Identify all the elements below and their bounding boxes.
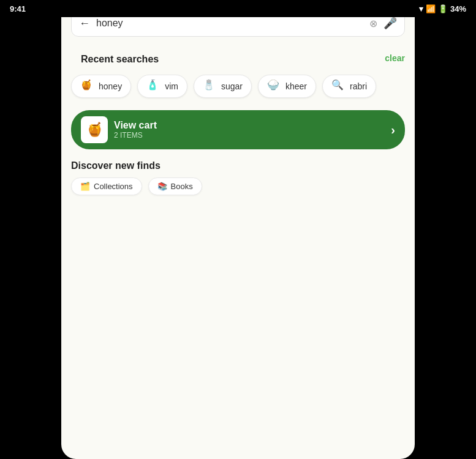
back-button[interactable]: ←	[79, 17, 90, 30]
chip-rabri-label: rabri	[350, 81, 367, 91]
clear-button[interactable]: clear	[385, 53, 405, 63]
chip-honey[interactable]: 🍯 honey	[71, 75, 131, 98]
discover-chip-books[interactable]: 📚 Books	[148, 177, 202, 195]
cart-text: View cart 2 ITEMS	[114, 120, 385, 140]
sugar-chip-icon: 🧂	[203, 79, 217, 94]
collections-icon: 🗂️	[80, 182, 90, 191]
cart-items-count: 2 ITEMS	[114, 131, 385, 140]
collections-label: Collections	[94, 182, 133, 191]
signal-icon: 📶	[426, 4, 436, 13]
books-icon: 📚	[157, 182, 167, 191]
clear-search-icon[interactable]: ⊗	[369, 18, 377, 29]
view-cart-banner[interactable]: 🍯 View cart 2 ITEMS ›	[71, 110, 405, 149]
kheer-chip-icon: 🍚	[267, 79, 282, 94]
books-label: Books	[171, 182, 193, 191]
discover-section: Discover new finds 🗂️ Collections 📚 Book…	[61, 154, 415, 198]
chip-vim-label: vim	[165, 81, 178, 91]
search-input[interactable]	[96, 18, 363, 29]
status-bar: 9:41 ▾ 📶 🔋 34%	[0, 0, 476, 17]
discover-chip-collections[interactable]: 🗂️ Collections	[71, 177, 142, 195]
chip-vim[interactable]: 🧴 vim	[137, 75, 187, 98]
mic-icon[interactable]: 🎤	[383, 17, 397, 30]
chip-kheer[interactable]: 🍚 kheer	[258, 75, 316, 98]
chip-kheer-label: kheer	[285, 81, 307, 91]
chip-sugar[interactable]: 🧂 sugar	[194, 75, 252, 98]
recent-searches-title: Recent searches	[71, 47, 168, 70]
status-time: 9:41	[10, 4, 26, 13]
vim-chip-icon: 🧴	[146, 79, 161, 94]
status-icons: ▾ 📶 🔋 34%	[419, 4, 466, 13]
search-card: ← ⊗ 🎤 Recent searches clear 🍯 honey 🧴 vi…	[61, 0, 415, 459]
wifi-icon: ▾	[419, 4, 423, 13]
chip-rabri[interactable]: 🔍 rabri	[322, 75, 376, 98]
cart-product-icon: 🍯	[81, 116, 108, 143]
battery-icon: 🔋	[438, 4, 448, 13]
honey-chip-icon: 🍯	[80, 79, 95, 94]
recent-searches-header: Recent searches clear	[61, 42, 415, 75]
battery-percentage: 34%	[450, 4, 466, 13]
chip-honey-label: honey	[99, 81, 122, 91]
discover-title: Discover new finds	[71, 160, 405, 171]
discover-chips: 🗂️ Collections 📚 Books	[71, 177, 405, 195]
rabri-chip-icon: 🔍	[331, 79, 346, 94]
recent-searches-chips: 🍯 honey 🧴 vim 🧂 sugar 🍚 kheer 🔍 rabri	[61, 75, 415, 98]
chip-sugar-label: sugar	[221, 81, 243, 91]
cart-arrow-icon: ›	[391, 123, 395, 137]
cart-title: View cart	[114, 120, 385, 131]
